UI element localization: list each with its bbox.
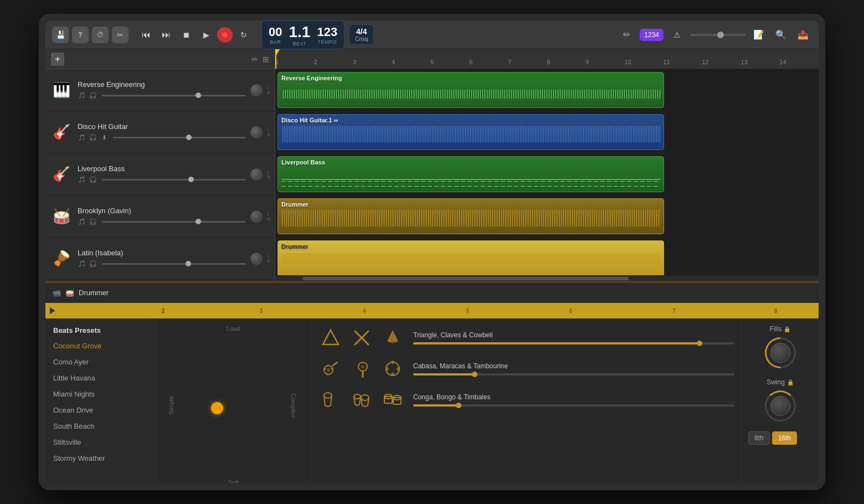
track-grid-icon[interactable]: ⊞ [263, 55, 269, 64]
instr-slider-3[interactable] [413, 404, 734, 407]
track-pan-knob-2[interactable] [250, 126, 263, 138]
track-pan-knob-4[interactable] [250, 210, 263, 223]
region-reverse-engineering[interactable]: Reverse Engineering [277, 72, 664, 108]
cabasa-icon[interactable] [318, 356, 343, 382]
track-item-disco-guitar[interactable]: 🎸 Disco Hit Guitar 🎵 🎧 ⬇ [45, 111, 275, 153]
fills-lock-icon[interactable]: 🔒 [784, 326, 790, 332]
headphones-icon-5[interactable]: 🎧 [89, 259, 97, 268]
track-volume-2[interactable] [113, 137, 246, 138]
bongo-icon[interactable] [349, 387, 374, 413]
triangle-icon[interactable] [318, 325, 343, 351]
tambourine-icon[interactable] [380, 356, 405, 382]
preset-little-havana[interactable]: Little Havana [45, 370, 156, 386]
fills-knob[interactable] [764, 336, 797, 369]
ruler-mark-7: 7 [508, 59, 511, 65]
svg-point-16 [397, 367, 400, 371]
preset-south-beach[interactable]: South Beach [45, 418, 156, 434]
track-controls-2: 🎵 🎧 ⬇ [78, 133, 246, 142]
smart-controls-button[interactable]: 1234 [640, 29, 664, 41]
track-pencil-icon[interactable]: ✏ [251, 55, 258, 64]
preset-ocean-drive[interactable]: Ocean Drive [45, 402, 156, 418]
mute-icon-1[interactable]: 🎵 [78, 91, 86, 100]
swing-knob[interactable] [764, 389, 797, 423]
instr-slider-1[interactable] [413, 342, 734, 344]
track-item-latin[interactable]: 🪘 Latin (Isabela) 🎵 🎧 [45, 238, 275, 280]
track-item-liverpool-bass[interactable]: 🎸 Liverpool Bass 🎵 🎧 [45, 153, 275, 196]
region-drummer-2[interactable]: Drummer [277, 240, 664, 275]
pencil-tool-button[interactable]: ✏ [618, 26, 635, 44]
pad-xy-area[interactable] [165, 338, 302, 472]
pad-loud-label: Loud [227, 325, 240, 332]
mute-icon-2[interactable]: 🎵 [78, 133, 86, 142]
search-button[interactable]: 🔍 [772, 26, 790, 44]
ruler-mark-8: 8 [547, 59, 550, 65]
add-track-button[interactable]: + [51, 53, 64, 66]
cowbell-icon[interactable] [380, 325, 405, 351]
maracas-icon[interactable] [349, 356, 374, 382]
preset-stiltsville[interactable]: Stiltsville [45, 434, 156, 450]
region-drummer-1[interactable]: Drummer [277, 198, 664, 234]
master-volume-slider[interactable] [690, 34, 745, 36]
track-controls-5: 🎵 🎧 [78, 259, 246, 268]
track-volume-5[interactable] [102, 263, 246, 265]
loop-button[interactable]: ↻ [235, 26, 253, 44]
mute-icon-4[interactable]: 🎵 [78, 217, 86, 226]
preset-coconut-grove[interactable]: Coconut Grove [45, 338, 156, 354]
track-volume-4[interactable] [102, 221, 246, 223]
track-item-brooklyn[interactable]: 🥁 Brooklyn (Gavin) 🎵 🎧 [45, 196, 275, 238]
track-volume-1[interactable] [102, 95, 246, 96]
scissors-button[interactable]: ✂ [112, 27, 128, 43]
headphones-icon-1[interactable]: 🎧 [89, 91, 97, 100]
time-signature[interactable]: 4/4 Cmaj [349, 24, 374, 45]
share-button[interactable]: 📤 [794, 26, 812, 44]
track-list-header: + ✏ ⊞ [45, 49, 275, 69]
timbales-icon[interactable] [380, 387, 405, 413]
record-button[interactable] [217, 27, 233, 43]
play-button[interactable]: ▶ [197, 26, 215, 44]
track-pan-knob-1[interactable] [250, 84, 263, 96]
region-disco-guitar[interactable]: Disco Hit Guitar.1 ∞ [277, 114, 664, 150]
pad-soft-label: Soft [228, 479, 239, 484]
headphones-icon-3[interactable]: 🎧 [89, 175, 97, 184]
ruler-mark-3: 3 [353, 59, 356, 65]
scrollbar-thumb[interactable] [302, 277, 629, 280]
headphones-icon-2[interactable]: 🎧 [89, 133, 97, 142]
mute-icon-3[interactable]: 🎵 [78, 175, 86, 184]
horizontal-scrollbar[interactable] [275, 275, 819, 281]
edit-button[interactable]: 📝 [750, 26, 768, 44]
headphones-icon-4[interactable]: 🎧 [89, 217, 97, 226]
alert-button[interactable]: ⚠ [668, 26, 686, 44]
preset-como-ayer[interactable]: Como Ayer [45, 354, 156, 370]
track-pan-knob-5[interactable] [250, 253, 263, 265]
history-button[interactable]: ⏱ [92, 27, 109, 43]
beat-value: 1.1 [289, 23, 310, 41]
track-pan-knob-3[interactable] [250, 168, 263, 181]
track-volume-3[interactable] [102, 179, 246, 181]
track-item-reverse-engineering[interactable]: 🎹 Reverse Engineering 🎵 🎧 [45, 69, 275, 111]
ruler-mark-10: 10 [624, 59, 631, 65]
stop-button[interactable]: ⏹ [177, 26, 195, 44]
track-name-3: Liverpool Bass [78, 164, 246, 173]
mute-icon-5[interactable]: 🎵 [78, 259, 86, 268]
pad-position-dot[interactable] [211, 402, 223, 414]
note-8th-button[interactable]: 8th [748, 431, 770, 445]
track-name-5: Latin (Isabela) [78, 249, 246, 257]
preset-stormy-weather[interactable]: Stormy Weather [45, 450, 156, 466]
region-label-1: Reverse Engineering [281, 75, 660, 81]
transport-controls: ⏮ ⏭ ⏹ ▶ ↻ [137, 26, 253, 44]
help-button[interactable]: ? [72, 27, 89, 43]
fast-forward-button[interactable]: ⏭ [157, 26, 175, 44]
drummer-pad[interactable]: Loud Soft Simple Complex [156, 318, 311, 484]
download-icon-2[interactable]: ⬇ [100, 133, 109, 142]
region-liverpool-bass[interactable]: Liverpool Bass [277, 156, 664, 192]
instr-slider-2[interactable] [413, 373, 734, 376]
note-16th-button[interactable]: 16th [772, 431, 797, 445]
claves-icon[interactable] [349, 325, 374, 351]
rewind-button[interactable]: ⏮ [137, 26, 155, 44]
svg-point-3 [392, 341, 394, 343]
swing-lock-icon[interactable]: 🔒 [787, 379, 794, 385]
save-button[interactable]: 💾 [52, 27, 69, 43]
preset-miami-nights[interactable]: Miami Nights [45, 386, 156, 402]
conga-icon[interactable] [318, 387, 343, 413]
bar-label: BAR [270, 39, 281, 45]
